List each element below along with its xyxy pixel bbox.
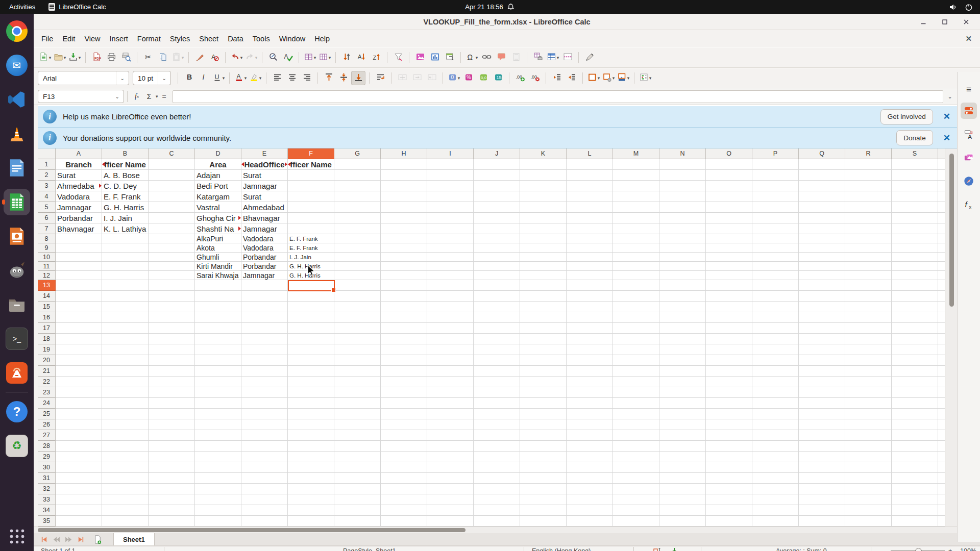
menu-format[interactable]: Format xyxy=(133,32,165,45)
cell-P19[interactable] xyxy=(752,344,799,355)
decrease-indent-button[interactable] xyxy=(565,71,579,85)
cell-P9[interactable] xyxy=(752,243,799,253)
cell-A11[interactable] xyxy=(56,262,102,271)
cell-J1[interactable] xyxy=(474,159,520,170)
cell-H31[interactable] xyxy=(381,473,427,484)
cell-I2[interactable] xyxy=(427,170,474,181)
cell-P23[interactable] xyxy=(752,387,799,398)
cell-K8[interactable] xyxy=(520,234,567,243)
row-header-2[interactable]: 2 xyxy=(38,170,56,181)
cell-C27[interactable] xyxy=(149,430,195,441)
row-header-17[interactable]: 17 xyxy=(38,323,56,334)
cell-D27[interactable] xyxy=(195,430,241,441)
cell-S31[interactable] xyxy=(892,473,938,484)
menu-sheet[interactable]: Sheet xyxy=(194,32,223,45)
cell-A20[interactable] xyxy=(56,355,102,366)
cell-A23[interactable] xyxy=(56,387,102,398)
cell-S35[interactable] xyxy=(892,516,938,527)
cell-F20[interactable] xyxy=(288,355,334,366)
cell-A33[interactable] xyxy=(56,494,102,505)
row-header-28[interactable]: 28 xyxy=(38,441,56,452)
cell-O19[interactable] xyxy=(706,344,752,355)
cell-M9[interactable] xyxy=(613,243,659,253)
cell-R17[interactable] xyxy=(845,323,892,334)
cell-A8[interactable] xyxy=(56,234,102,243)
cell-R20[interactable] xyxy=(845,355,892,366)
cell-Q17[interactable] xyxy=(799,323,845,334)
cell-F9[interactable]: E. F. Frank xyxy=(288,243,334,253)
cell-I35[interactable] xyxy=(427,516,474,527)
cell-M2[interactable] xyxy=(613,170,659,181)
cell-R8[interactable] xyxy=(845,234,892,243)
cell-D34[interactable] xyxy=(195,505,241,516)
cell-C6[interactable] xyxy=(149,213,195,223)
cell-M30[interactable] xyxy=(613,462,659,473)
cell-K30[interactable] xyxy=(520,462,567,473)
format-percent-button[interactable]: % xyxy=(461,71,476,85)
cell-A31[interactable] xyxy=(56,473,102,484)
cell-F27[interactable] xyxy=(288,430,334,441)
cell-stub-11[interactable] xyxy=(938,262,945,271)
cell-O25[interactable] xyxy=(706,409,752,419)
cell-S20[interactable] xyxy=(892,355,938,366)
cell-G34[interactable] xyxy=(334,505,381,516)
cell-I22[interactable] xyxy=(427,377,474,387)
cell-J2[interactable] xyxy=(474,170,520,181)
cell-O9[interactable] xyxy=(706,243,752,253)
cell-P32[interactable] xyxy=(752,484,799,494)
cell-stub-17[interactable] xyxy=(938,323,945,334)
cell-Q20[interactable] xyxy=(799,355,845,366)
cell-G6[interactable] xyxy=(334,213,381,223)
cell-A10[interactable] xyxy=(56,253,102,262)
cell-L27[interactable] xyxy=(567,430,613,441)
cell-F33[interactable] xyxy=(288,494,334,505)
border-color-button[interactable]: ▾ xyxy=(616,71,630,85)
cell-O3[interactable] xyxy=(706,181,752,191)
vertical-scrollbar-thumb[interactable] xyxy=(949,154,954,307)
cell-S15[interactable] xyxy=(892,302,938,312)
cell-stub-21[interactable] xyxy=(938,366,945,377)
cell-P20[interactable] xyxy=(752,355,799,366)
cell-D21[interactable] xyxy=(195,366,241,377)
cell-J21[interactable] xyxy=(474,366,520,377)
last-sheet-button[interactable] xyxy=(75,534,87,545)
column-header-S[interactable]: S xyxy=(892,148,938,159)
sidebar-navigator-icon[interactable] xyxy=(961,173,977,189)
cell-H12[interactable] xyxy=(381,271,427,280)
cell-D35[interactable] xyxy=(195,516,241,527)
cell-E5[interactable]: Ahmedabad xyxy=(241,202,288,213)
cut-button[interactable]: ✂ xyxy=(141,51,155,65)
cell-P27[interactable] xyxy=(752,430,799,441)
cell-S23[interactable] xyxy=(892,387,938,398)
cell-B33[interactable] xyxy=(102,494,149,505)
cell-I14[interactable] xyxy=(427,291,474,302)
text-language[interactable]: English (Hong Kong) xyxy=(532,546,591,551)
cell-K24[interactable] xyxy=(520,398,567,409)
cell-E19[interactable] xyxy=(241,344,288,355)
row-header-34[interactable]: 34 xyxy=(38,505,56,516)
cell-L6[interactable] xyxy=(567,213,613,223)
row-header-35[interactable]: 35 xyxy=(38,516,56,527)
cell-E22[interactable] xyxy=(241,377,288,387)
cell-M31[interactable] xyxy=(613,473,659,484)
cell-R18[interactable] xyxy=(845,334,892,344)
cell-K28[interactable] xyxy=(520,441,567,452)
menu-help[interactable]: Help xyxy=(310,32,334,45)
cell-G7[interactable] xyxy=(334,223,381,234)
row-header-32[interactable]: 32 xyxy=(38,484,56,494)
cell-D3[interactable]: Bedi Port xyxy=(195,181,241,191)
cell-R2[interactable] xyxy=(845,170,892,181)
sort-ascending-button[interactable]: A xyxy=(354,51,369,65)
equals-icon[interactable]: = xyxy=(158,90,170,103)
cell-M33[interactable] xyxy=(613,494,659,505)
cell-E1[interactable]: HeadOffice xyxy=(241,159,288,170)
clear-formatting-button[interactable]: A xyxy=(207,51,222,65)
cell-A22[interactable] xyxy=(56,377,102,387)
cell-R16[interactable] xyxy=(845,312,892,323)
cell-B26[interactable] xyxy=(102,419,149,430)
cell-B32[interactable] xyxy=(102,484,149,494)
add-decimal-button[interactable]: .00 xyxy=(513,71,527,85)
cell-N30[interactable] xyxy=(659,462,706,473)
column-header-F[interactable]: F xyxy=(288,148,334,159)
cell-Q3[interactable] xyxy=(799,181,845,191)
